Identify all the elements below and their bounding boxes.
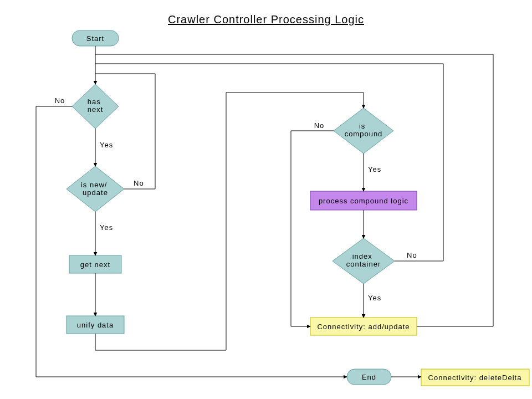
has-next-label-1: has xyxy=(88,98,101,106)
svg-text:is new/
      update: is new/ update xyxy=(81,181,110,197)
get-next-label: get next xyxy=(80,260,110,269)
connectivity-add-label: Connectivity: add/update xyxy=(317,323,410,331)
is-compound-decision: is compound xyxy=(334,108,393,154)
edge-isnew-no xyxy=(95,74,155,189)
has-next-decision: has next xyxy=(72,84,119,129)
is-compound-label-1: is xyxy=(359,122,365,130)
label-iscompound-no: No xyxy=(314,121,325,130)
start-label: Start xyxy=(86,34,104,43)
process-compound-process: process compound logic xyxy=(310,191,417,210)
label-isnew-no: No xyxy=(134,179,144,187)
connectivity-delete-label: Connectivity: deleteDelta xyxy=(428,374,522,382)
end-node: End xyxy=(347,369,391,385)
is-compound-label-2: compound xyxy=(345,130,383,138)
flowchart: Crawler Controller Processing Logic Star… xyxy=(0,0,532,399)
label-hasnext-no: No xyxy=(55,96,65,105)
index-container-label-2: container xyxy=(346,260,381,268)
is-new-label-1: is new/ xyxy=(81,181,107,189)
svg-text:has
      next: has next xyxy=(88,98,104,114)
unify-data-process: unify data xyxy=(66,316,124,334)
connectivity-add-process: Connectivity: add/update xyxy=(310,318,417,335)
index-container-decision: index container xyxy=(332,238,395,284)
process-compound-label: process compound logic xyxy=(319,197,408,205)
diagram-title: Crawler Controller Processing Logic xyxy=(168,13,364,25)
is-new-decision: is new/ update xyxy=(66,166,124,212)
label-index-yes: Yes xyxy=(368,294,381,302)
edge-unify-iscompound xyxy=(95,93,364,350)
has-next-label-2: next xyxy=(88,105,104,114)
connectivity-delete-process: Connectivity: deleteDelta xyxy=(421,369,529,386)
label-hasnext-yes: Yes xyxy=(100,141,113,149)
get-next-process: get next xyxy=(69,255,121,273)
edge-iscompound-no xyxy=(291,131,334,326)
label-index-no: No xyxy=(407,251,417,259)
edge-hasnext-no xyxy=(36,106,347,377)
unify-data-label: unify data xyxy=(77,321,114,329)
index-container-label-1: index xyxy=(352,252,372,260)
start-node: Start xyxy=(72,30,119,46)
end-label: End xyxy=(362,373,376,381)
edge-index-no xyxy=(95,64,443,261)
is-new-label-2: update xyxy=(83,188,108,197)
label-isnew-yes: Yes xyxy=(100,223,113,232)
label-iscompound-yes: Yes xyxy=(368,165,381,173)
